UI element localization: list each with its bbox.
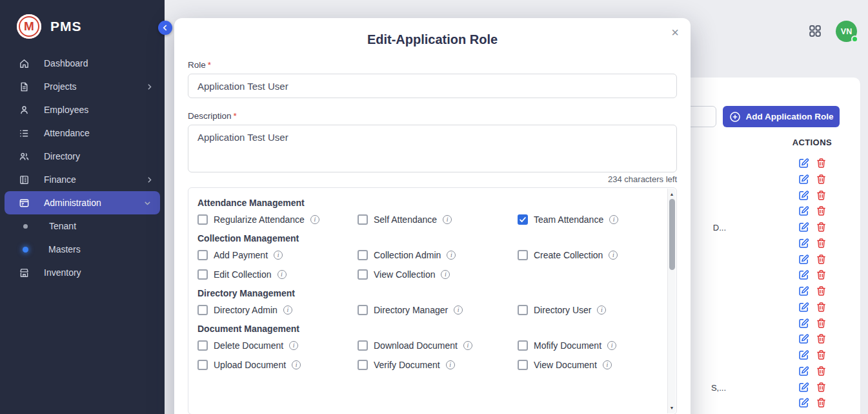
delete-icon[interactable] bbox=[816, 382, 827, 393]
edit-icon[interactable] bbox=[798, 174, 809, 185]
checkbox[interactable] bbox=[518, 250, 528, 260]
info-icon: i bbox=[274, 251, 283, 260]
sidebar-item-masters[interactable]: Masters bbox=[0, 238, 165, 261]
checkbox[interactable] bbox=[518, 305, 528, 315]
delete-icon[interactable] bbox=[816, 205, 827, 216]
sidebar-item-label: Attendance bbox=[44, 128, 154, 138]
checkbox[interactable] bbox=[518, 360, 528, 370]
delete-icon[interactable] bbox=[816, 333, 827, 344]
sidebar-item-label: Finance bbox=[44, 174, 145, 185]
sidebar-item-attendance[interactable]: Attendance bbox=[0, 121, 165, 145]
permission-directory-admin[interactable]: Directory Admini bbox=[197, 305, 358, 315]
edit-icon[interactable] bbox=[798, 349, 809, 360]
permission-verify-document[interactable]: Verify Documenti bbox=[358, 360, 518, 370]
table-row bbox=[798, 190, 827, 201]
sidebar-item-inventory[interactable]: Inventory bbox=[0, 261, 165, 284]
edit-icon[interactable] bbox=[798, 302, 809, 313]
delete-icon[interactable] bbox=[816, 254, 827, 265]
sidebar-item-tenant[interactable]: Tenant bbox=[0, 214, 165, 238]
delete-icon[interactable] bbox=[816, 190, 827, 201]
scroll-thumb[interactable] bbox=[669, 199, 675, 270]
edit-icon[interactable] bbox=[798, 382, 809, 393]
permission-self-attendance[interactable]: Self Attendancei bbox=[358, 214, 518, 225]
permission-directory-manager[interactable]: Directory Manageri bbox=[358, 305, 518, 315]
permission-collection-admin[interactable]: Collection Admini bbox=[358, 250, 518, 260]
required-marker: * bbox=[234, 111, 237, 121]
permissions-container: Attendance ManagementRegularize Attendan… bbox=[188, 187, 677, 414]
brand: M PMS bbox=[0, 0, 165, 52]
delete-icon[interactable] bbox=[816, 222, 827, 233]
sidebar-item-employees[interactable]: Employees bbox=[0, 98, 165, 121]
delete-icon[interactable] bbox=[816, 174, 827, 185]
apps-grid-icon[interactable] bbox=[809, 25, 822, 37]
permission-regularize-attendance[interactable]: Regularize Attendancei bbox=[197, 214, 358, 225]
edit-icon[interactable] bbox=[798, 254, 809, 265]
permission-directory-user[interactable]: Directory Useri bbox=[518, 305, 657, 315]
delete-icon[interactable] bbox=[816, 302, 827, 313]
permission-add-payment[interactable]: Add Paymenti bbox=[197, 250, 358, 260]
edit-icon[interactable] bbox=[798, 366, 809, 377]
edit-icon[interactable] bbox=[798, 158, 809, 169]
scrollbar[interactable]: ▲ ▼ bbox=[667, 189, 676, 413]
role-input[interactable] bbox=[188, 74, 677, 98]
delete-icon[interactable] bbox=[816, 397, 827, 408]
permission-create-collection[interactable]: Create Collectioni bbox=[518, 250, 657, 260]
checkbox[interactable] bbox=[358, 250, 368, 260]
delete-icon[interactable] bbox=[816, 366, 827, 377]
sidebar-item-directory[interactable]: Directory bbox=[0, 145, 165, 168]
permission-label: Regularize Attendance bbox=[214, 214, 305, 225]
checkbox[interactable] bbox=[197, 360, 208, 370]
checkbox-checked[interactable] bbox=[518, 214, 528, 225]
edit-icon[interactable] bbox=[798, 222, 809, 233]
checkbox[interactable] bbox=[197, 340, 208, 351]
checkbox[interactable] bbox=[358, 305, 368, 315]
info-icon: i bbox=[603, 360, 612, 369]
edit-icon[interactable] bbox=[798, 190, 809, 201]
table-row bbox=[798, 269, 827, 280]
edit-icon[interactable] bbox=[798, 205, 809, 216]
permission-team-attendance[interactable]: Team Attendancei bbox=[518, 214, 657, 225]
edit-icon[interactable] bbox=[798, 318, 809, 329]
add-application-role-button[interactable]: Add Application Role bbox=[723, 106, 840, 127]
checkbox[interactable] bbox=[358, 269, 368, 280]
delete-icon[interactable] bbox=[816, 238, 827, 249]
checkbox[interactable] bbox=[197, 214, 208, 225]
scroll-down-arrow[interactable]: ▼ bbox=[668, 404, 676, 412]
edit-icon[interactable] bbox=[798, 285, 809, 296]
sidebar-item-finance[interactable]: Finance bbox=[0, 168, 165, 191]
permission-view-collection[interactable]: View Collectioni bbox=[358, 269, 518, 280]
delete-icon[interactable] bbox=[816, 318, 827, 329]
permission-edit-collection[interactable]: Edit Collectioni bbox=[197, 269, 358, 280]
permission-view-document[interactable]: View Documenti bbox=[518, 360, 657, 370]
sidebar-collapse-button[interactable] bbox=[158, 21, 172, 35]
edit-icon[interactable] bbox=[798, 269, 809, 280]
permission-upload-document[interactable]: Upload Documenti bbox=[197, 360, 358, 370]
sidebar-item-projects[interactable]: Projects bbox=[0, 75, 165, 98]
description-input[interactable]: Application Test User bbox=[188, 125, 677, 172]
permission-delete-document[interactable]: Delete Documenti bbox=[197, 340, 358, 351]
actions-column-header: ACTIONS bbox=[792, 138, 832, 147]
sidebar-item-administration[interactable]: Administration bbox=[5, 191, 160, 214]
permission-mofify-document[interactable]: Mofify Documenti bbox=[518, 340, 657, 351]
permission-download-document[interactable]: Download Documenti bbox=[358, 340, 518, 351]
checkbox[interactable] bbox=[197, 250, 208, 260]
modal-title: Edit-Application Role bbox=[188, 32, 677, 47]
avatar[interactable]: VN bbox=[836, 21, 857, 42]
checkbox[interactable] bbox=[358, 214, 368, 225]
delete-icon[interactable] bbox=[816, 269, 827, 280]
checkbox[interactable] bbox=[518, 340, 528, 351]
edit-icon[interactable] bbox=[798, 238, 809, 249]
checkbox[interactable] bbox=[358, 340, 368, 351]
delete-icon[interactable] bbox=[816, 285, 827, 296]
close-icon[interactable]: × bbox=[671, 26, 679, 39]
sidebar-item-dashboard[interactable]: Dashboard bbox=[0, 52, 165, 75]
edit-icon[interactable] bbox=[798, 397, 809, 408]
checkbox[interactable] bbox=[358, 360, 368, 370]
checkbox[interactable] bbox=[197, 305, 208, 315]
delete-icon[interactable] bbox=[816, 349, 827, 360]
scroll-up-arrow[interactable]: ▲ bbox=[668, 190, 676, 198]
permission-label: Directory Manager bbox=[374, 305, 448, 315]
checkbox[interactable] bbox=[197, 269, 208, 280]
delete-icon[interactable] bbox=[816, 158, 827, 169]
edit-icon[interactable] bbox=[798, 333, 809, 344]
